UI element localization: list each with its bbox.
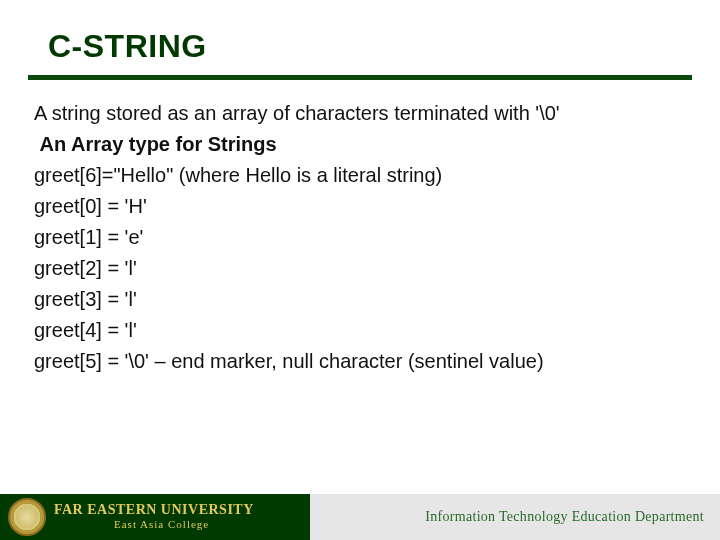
footer-right: Information Technology Education Departm…: [310, 494, 720, 540]
body-line: greet[1] = 'e': [34, 222, 692, 253]
body-emphasis: An Array type for Strings: [40, 133, 277, 155]
body-line: greet[2] = 'l': [34, 253, 692, 284]
footer: FAR EASTERN UNIVERSITY East Asia College…: [0, 494, 720, 540]
footer-left: FAR EASTERN UNIVERSITY East Asia College: [0, 494, 310, 540]
university-line1: FAR EASTERN UNIVERSITY: [54, 503, 254, 518]
body-line: greet[4] = 'l': [34, 315, 692, 346]
body-line: greet[5] = '\0' – end marker, null chara…: [34, 346, 692, 377]
department-name: Information Technology Education Departm…: [425, 509, 704, 525]
body-line: An Array type for Strings: [34, 129, 692, 160]
slide: C-STRING A string stored as an array of …: [0, 0, 720, 540]
slide-title: C-STRING: [0, 0, 720, 71]
university-line2: East Asia College: [54, 519, 254, 531]
body-line: greet[3] = 'l': [34, 284, 692, 315]
university-name: FAR EASTERN UNIVERSITY East Asia College: [54, 503, 254, 530]
body-line: A string stored as an array of character…: [34, 98, 692, 129]
body-line: greet[6]="Hello" (where Hello is a liter…: [34, 160, 692, 191]
university-seal-icon: [8, 498, 46, 536]
slide-body: A string stored as an array of character…: [0, 80, 720, 377]
body-line: greet[0] = 'H': [34, 191, 692, 222]
